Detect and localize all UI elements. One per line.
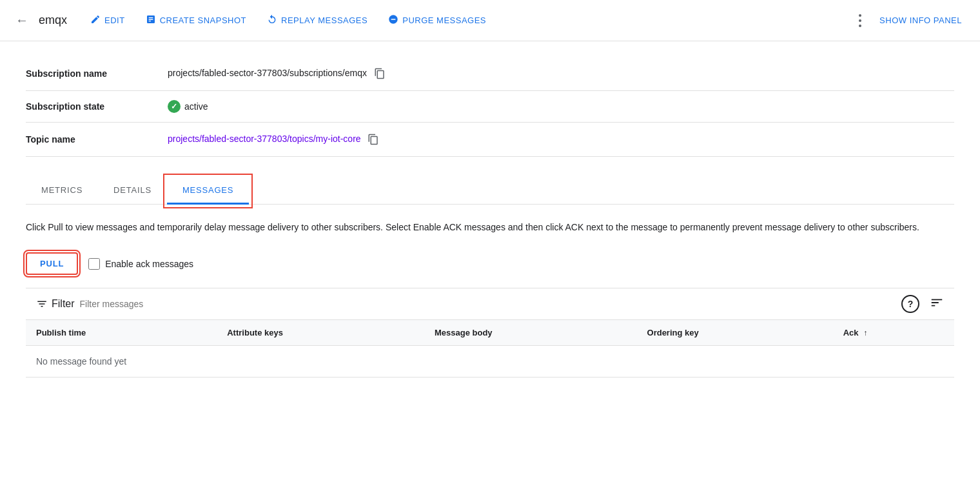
show-info-panel-label: SHOW INFO PANEL: [879, 15, 962, 25]
filter-input[interactable]: [80, 299, 485, 309]
header-message-body: Message body: [424, 320, 637, 346]
subscription-name-row: Subscription name projects/fabled-sector…: [26, 57, 954, 91]
replay-messages-label: REPLAY MESSAGES: [281, 15, 368, 25]
copy-subscription-name-button[interactable]: [372, 66, 387, 81]
filter-bar: Filter ?: [26, 288, 954, 320]
filter-icon-button[interactable]: Filter: [36, 298, 75, 310]
tab-messages[interactable]: MESSAGES: [167, 177, 249, 205]
replay-messages-button[interactable]: REPLAY MESSAGES: [259, 9, 375, 32]
tab-details[interactable]: DETAILS: [98, 177, 167, 205]
subscription-state-row: Subscription state active: [26, 91, 954, 123]
messages-description: Click Pull to view messages and temporar…: [26, 220, 928, 234]
svg-point-2: [859, 25, 861, 27]
no-message-row: No message found yet: [26, 346, 954, 377]
enable-ack-checkbox[interactable]: [88, 258, 100, 270]
snapshot-icon: [146, 14, 156, 27]
replay-icon: [267, 14, 277, 27]
header-publish-time: Publish time: [26, 320, 217, 346]
more-options-button[interactable]: [854, 9, 867, 32]
create-snapshot-label: CREATE SNAPSHOT: [160, 15, 246, 25]
columns-button[interactable]: [930, 296, 944, 313]
main-content: Subscription name projects/fabled-sector…: [0, 41, 980, 393]
topic-name-value: projects/fabled-sector-377803/topics/my-…: [168, 123, 954, 157]
purge-messages-button[interactable]: PURGE MESSAGES: [380, 9, 494, 32]
messages-table: Publish time Attribute keys Message body…: [26, 320, 954, 377]
sort-icon: ↑: [863, 328, 867, 337]
topic-name-link[interactable]: projects/fabled-sector-377803/topics/my-…: [168, 134, 361, 144]
status-active-icon: [168, 100, 181, 113]
back-button[interactable]: ←: [10, 8, 34, 33]
svg-point-1: [859, 19, 861, 22]
info-table: Subscription name projects/fabled-sector…: [26, 57, 954, 157]
svg-point-0: [859, 14, 861, 17]
header-attribute-keys: Attribute keys: [217, 320, 424, 346]
tabs-container: METRICS DETAILS MESSAGES: [26, 177, 954, 205]
table-header-row: Publish time Attribute keys Message body…: [26, 320, 954, 346]
edit-icon: [90, 14, 101, 27]
enable-ack-label[interactable]: Enable ack messages: [88, 258, 193, 270]
filter-label: Filter: [52, 298, 75, 310]
subscription-name-value: projects/fabled-sector-377803/subscripti…: [168, 57, 954, 91]
header-ack: Ack ↑: [833, 320, 954, 346]
subscription-state-value: active: [168, 91, 954, 123]
tab-metrics[interactable]: METRICS: [26, 177, 98, 205]
header-ordering-key: Ordering key: [637, 320, 833, 346]
purge-icon: [388, 14, 398, 27]
create-snapshot-button[interactable]: CREATE SNAPSHOT: [138, 9, 254, 32]
subscription-state-label: Subscription state: [26, 91, 168, 123]
help-button[interactable]: ?: [901, 295, 919, 313]
topic-name-label: Topic name: [26, 123, 168, 157]
purge-messages-label: PURGE MESSAGES: [402, 15, 486, 25]
toolbar: ← emqx EDIT CREATE SNAPSHOT REPLAY MESSA…: [0, 0, 980, 41]
edit-button[interactable]: EDIT: [83, 9, 133, 32]
edit-label: EDIT: [104, 15, 125, 25]
page-title: emqx: [39, 14, 67, 27]
pull-section: PULL Enable ack messages: [26, 252, 954, 275]
copy-topic-name-button[interactable]: [366, 132, 381, 147]
pull-button[interactable]: PULL: [26, 252, 78, 275]
topic-name-row: Topic name projects/fabled-sector-377803…: [26, 123, 954, 157]
no-message-text: No message found yet: [26, 346, 954, 377]
show-info-panel-button[interactable]: SHOW INFO PANEL: [872, 10, 970, 30]
subscription-name-label: Subscription name: [26, 57, 168, 91]
